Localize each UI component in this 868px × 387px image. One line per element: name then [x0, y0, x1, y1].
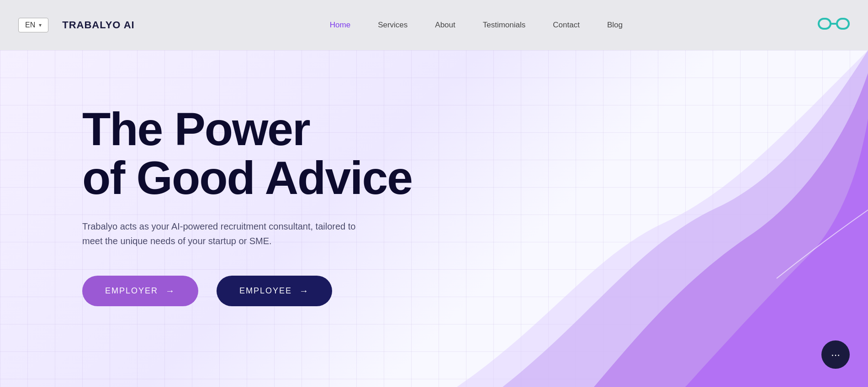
- nav-item-home[interactable]: Home: [330, 21, 350, 30]
- hero-content: The Power of Good Advice Trabalyo acts a…: [0, 50, 868, 306]
- hero-title-line1: The Power: [82, 103, 310, 155]
- chat-bubble-button[interactable]: ···: [821, 340, 850, 369]
- hero-section: The Power of Good Advice Trabalyo acts a…: [0, 50, 868, 387]
- nav-item-testimonials[interactable]: Testimonials: [483, 21, 526, 30]
- employer-button[interactable]: Employer →: [82, 276, 198, 306]
- employer-label: Employer: [105, 286, 158, 296]
- employee-arrow-icon: →: [299, 286, 309, 296]
- hero-subtitle: Trabalyo acts as your AI-powered recruit…: [82, 219, 365, 248]
- chevron-down-icon: ▾: [39, 22, 42, 28]
- employer-arrow-icon: →: [165, 286, 175, 296]
- hero-title: The Power of Good Advice: [82, 105, 457, 203]
- lang-label: EN: [25, 21, 35, 29]
- svg-rect-0: [819, 19, 831, 29]
- main-nav: Home Services About Testimonials Contact…: [330, 21, 623, 30]
- nav-item-about[interactable]: About: [435, 21, 455, 30]
- glasses-icon: [818, 15, 850, 35]
- chat-dots-icon: ···: [831, 348, 840, 361]
- employee-button[interactable]: Employee →: [217, 276, 332, 306]
- hero-buttons: Employer → Employee →: [82, 276, 868, 306]
- header: EN ▾ TRABALYO AI Home Services About Tes…: [0, 0, 868, 50]
- svg-rect-1: [837, 19, 849, 29]
- language-selector[interactable]: EN ▾: [18, 18, 48, 32]
- nav-item-blog[interactable]: Blog: [607, 21, 623, 30]
- logo[interactable]: TRABALYO AI: [62, 19, 135, 31]
- employee-label: Employee: [239, 286, 292, 296]
- nav-item-contact[interactable]: Contact: [553, 21, 580, 30]
- nav-item-services[interactable]: Services: [378, 21, 408, 30]
- hero-title-line2: of Good Advice: [82, 152, 412, 204]
